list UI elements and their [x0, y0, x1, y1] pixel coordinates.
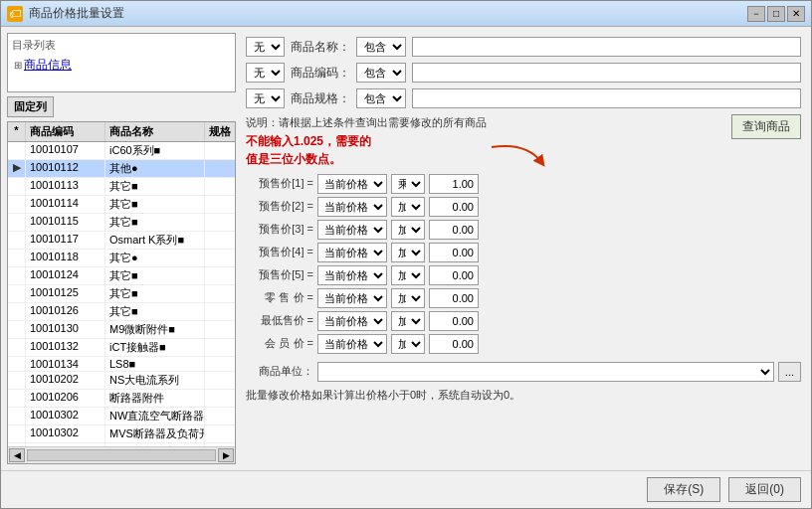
fixed-col-bar: 固定列	[7, 96, 236, 117]
row-spec	[205, 232, 235, 249]
contain-select-1[interactable]: 包含	[356, 37, 406, 57]
tree-item-product[interactable]: ⊞ 商品信息	[12, 55, 231, 76]
save-button[interactable]: 保存(S)	[647, 477, 720, 502]
price-op-select-1[interactable]: 乘	[391, 174, 425, 194]
table-row[interactable]: 10010117 Osmart K系列■	[8, 232, 235, 250]
table-row[interactable]: 10010130 M9微断附件■	[8, 321, 235, 339]
table-row[interactable]: 10010114 其它■	[8, 196, 235, 214]
description-text: 说明：请根据上述条件查询出需要修改的所有商品	[246, 114, 487, 132]
tree-expand-icon: ⊞	[14, 60, 22, 71]
price-base-select-5[interactable]: 当前价格	[317, 265, 387, 285]
contain-select-2[interactable]: 包含	[356, 63, 406, 83]
price-op-select-4[interactable]: 加	[391, 243, 425, 262]
row-spec	[205, 303, 235, 320]
table-row[interactable]: 10010125 其它■	[8, 285, 235, 303]
row-spec	[205, 142, 235, 159]
table-row[interactable]: 10010206 断路器附件	[8, 390, 235, 408]
table-row[interactable]: 10010124 其它■	[8, 267, 235, 285]
price-val-input-2[interactable]	[429, 197, 479, 217]
tree-label: 目录列表	[12, 38, 231, 55]
maximize-button[interactable]: □	[767, 6, 785, 22]
row-spec	[205, 339, 235, 356]
filter-select-1[interactable]: 无	[246, 37, 285, 57]
price-base-select-3[interactable]: 当前价格	[317, 220, 387, 240]
price-op-select-7[interactable]: 加	[391, 311, 425, 331]
unit-more-button[interactable]: ...	[778, 362, 801, 382]
contain-select-3[interactable]: 包含	[356, 88, 406, 108]
unit-select[interactable]	[317, 362, 774, 382]
table-row[interactable]: 10010134 LS8■	[8, 357, 235, 372]
tree-item-label[interactable]: 商品信息	[24, 57, 72, 74]
main-window: 🏷 商品价格批量设置 － □ ✕ 目录列表 ⊞ 商品信息 固定列	[0, 0, 812, 509]
table-row[interactable]: 10010115 其它■	[8, 214, 235, 232]
price-op-select-8[interactable]: 加	[391, 334, 425, 354]
row-arrow	[8, 196, 26, 213]
table-row[interactable]: 10010302 NW直流空气断路器	[8, 408, 235, 425]
price-op-select-3[interactable]: 加	[391, 220, 425, 240]
return-button[interactable]: 返回(0)	[728, 477, 801, 502]
row-name: iCT接触器■	[105, 339, 205, 356]
horizontal-scrollbar[interactable]: ◀ ▶	[8, 446, 235, 463]
table-scroll-area[interactable]: 10010107 iC60系列■ ▶ 10010112 其他● 10010113…	[8, 142, 235, 446]
price-op-select-2[interactable]: 加	[391, 197, 425, 217]
filter-input-1[interactable]	[412, 37, 801, 57]
price-val-input-3[interactable]	[429, 220, 479, 240]
price-base-select-8[interactable]: 当前价格	[317, 334, 387, 354]
table-row[interactable]: 10010107 iC60系列■	[8, 142, 235, 160]
price-val-input-7[interactable]	[429, 311, 479, 331]
minimize-button[interactable]: －	[747, 6, 765, 22]
row-name: 其它■	[105, 285, 205, 302]
price-val-input-6[interactable]	[429, 288, 479, 308]
filter-row-2: 无 商品编码： 包含	[246, 63, 801, 83]
price-val-input-4[interactable]	[429, 243, 479, 262]
filter-select-2[interactable]: 无	[246, 63, 285, 83]
table-header-row: * 商品编码 商品名称 规格	[8, 122, 235, 142]
price-base-select-2[interactable]: 当前价格	[317, 197, 387, 217]
price-base-select-4[interactable]: 当前价格	[317, 243, 387, 262]
row-arrow	[8, 339, 26, 356]
row-name: iC60系列■	[105, 142, 205, 159]
row-code: 10010118	[26, 250, 105, 266]
row-code: 10010125	[26, 285, 105, 302]
table-row[interactable]: ▶ 10010112 其他●	[8, 160, 235, 178]
search-button[interactable]: 查询商品	[731, 114, 801, 139]
price-op-select-6[interactable]: 加	[391, 288, 425, 308]
row-code: 10010114	[26, 196, 105, 213]
row-spec	[205, 196, 235, 213]
scroll-left-btn[interactable]: ◀	[9, 448, 25, 462]
row-name: MVS断路器及负荷开■	[105, 425, 205, 442]
row-code: 10010302	[26, 425, 105, 442]
row-code: 10010206	[26, 390, 105, 407]
price-row-2: 预售价[2] = 当前价格 加	[246, 197, 801, 217]
price-label-6: 零 售 价 =	[246, 290, 313, 305]
price-base-select-6[interactable]: 当前价格	[317, 288, 387, 308]
row-code: 10010124	[26, 267, 105, 284]
row-code: 10010202	[26, 372, 105, 389]
price-label-3: 预售价[3] =	[246, 222, 313, 237]
table-row[interactable]: 10010118 其它●	[8, 250, 235, 267]
price-row-3: 预售价[3] = 当前价格 加	[246, 220, 801, 240]
row-code: 10010107	[26, 142, 105, 159]
price-val-input-5[interactable]	[429, 265, 479, 285]
filter-input-2[interactable]	[412, 63, 801, 83]
price-val-input-8[interactable]	[429, 334, 479, 354]
price-base-select-7[interactable]: 当前价格	[317, 311, 387, 331]
row-code: 10010117	[26, 232, 105, 249]
table-row[interactable]: 10010302 MVS断路器及负荷开■	[8, 425, 235, 443]
close-button[interactable]: ✕	[787, 6, 805, 22]
field-label-2: 商品编码：	[291, 65, 350, 82]
row-arrow	[8, 250, 26, 266]
price-val-input-1[interactable]	[429, 174, 479, 194]
price-base-select-1[interactable]: 当前价格	[317, 174, 387, 194]
table-row[interactable]: 10010132 iCT接触器■	[8, 339, 235, 357]
filter-select-3[interactable]: 无	[246, 88, 285, 108]
table-row[interactable]: 10010202 NS大电流系列	[8, 372, 235, 390]
price-op-select-5[interactable]: 加	[391, 265, 425, 285]
row-spec	[205, 214, 235, 231]
filter-input-3[interactable]	[412, 88, 801, 108]
window-controls: － □ ✕	[747, 6, 805, 22]
scroll-right-btn[interactable]: ▶	[218, 448, 234, 462]
table-row[interactable]: 10010126 其它■	[8, 303, 235, 321]
scrollbar-track[interactable]	[27, 449, 216, 461]
table-row[interactable]: 10010113 其它■	[8, 178, 235, 196]
